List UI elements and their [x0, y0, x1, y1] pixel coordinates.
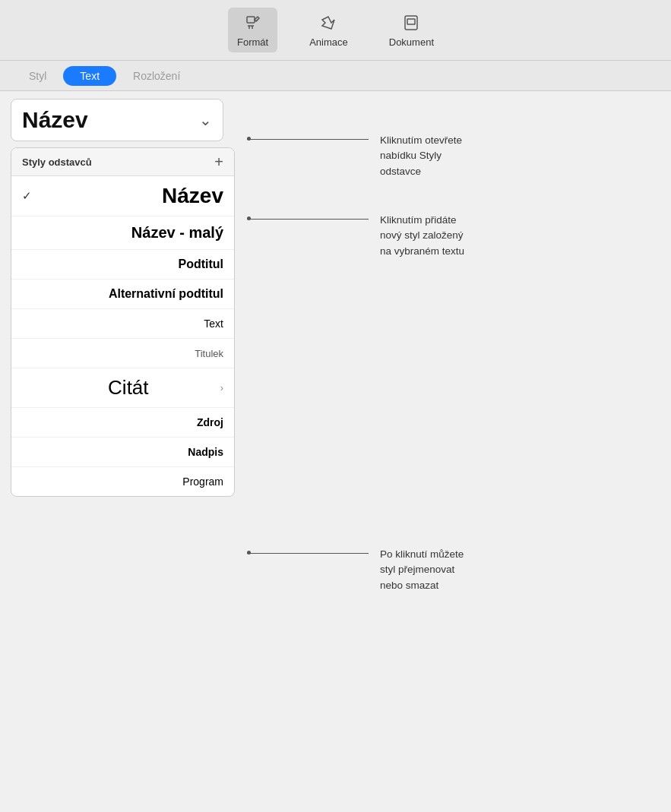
- animace-button[interactable]: Animace: [300, 8, 357, 52]
- tab-bar: Styl Text Rozložení: [0, 61, 671, 91]
- style-list: ✓ Název ✓ Název - malý ✓ Podtitul ✓ Alte…: [11, 176, 234, 496]
- list-item[interactable]: ✓ Podtitul: [11, 250, 234, 280]
- style-label: Název - malý: [131, 224, 223, 242]
- style-label: Program: [182, 476, 223, 488]
- list-item[interactable]: ✓ Text: [11, 309, 234, 339]
- left-panel: Název ⌄ Styly odstavců + ✓ Název ✓ Název…: [0, 91, 243, 812]
- style-label: Podtitul: [178, 258, 223, 271]
- style-selector[interactable]: Název ⌄: [11, 99, 223, 141]
- svg-rect-0: [247, 17, 255, 23]
- annotation-text-2: Kliknutím přidátenový styl založenýna vy…: [380, 214, 464, 257]
- tab-text[interactable]: Text: [63, 66, 116, 86]
- format-button[interactable]: Formát: [228, 8, 277, 52]
- list-item[interactable]: ✓ Program: [11, 467, 234, 496]
- style-label: Alternativní podtitul: [109, 287, 223, 301]
- chevron-right-icon: ›: [220, 382, 223, 393]
- style-label: Název: [162, 184, 223, 208]
- annotation-text-1: Kliknutím otevřetenabídku Stylyodstavce: [380, 134, 462, 177]
- tab-rozlozeni[interactable]: Rozložení: [116, 66, 197, 86]
- current-style-name: Název: [22, 107, 88, 133]
- annotation-text-3: Po kliknutí můžetestyl přejmenovatnebo s…: [380, 548, 464, 591]
- style-label: Zdroj: [197, 416, 223, 428]
- dokument-label: Dokument: [389, 36, 434, 48]
- annotation-1: Kliknutím otevřetenabídku Stylyodstavce: [380, 133, 462, 179]
- main-content: Název ⌄ Styly odstavců + ✓ Název ✓ Název…: [0, 91, 671, 812]
- toolbar: Formát Animace Dokument: [0, 0, 671, 61]
- animace-label: Animace: [309, 36, 348, 48]
- list-item[interactable]: ✓ Titulek: [11, 339, 234, 368]
- list-item[interactable]: ✓ Název - malý: [11, 216, 234, 250]
- list-item[interactable]: ✓ Citát ›: [11, 368, 234, 408]
- chevron-down-icon: ⌄: [199, 111, 212, 129]
- tab-styl[interactable]: Styl: [12, 66, 63, 86]
- list-item[interactable]: ✓ Zdroj: [11, 408, 234, 438]
- dropdown-header: Styly odstavců +: [11, 148, 234, 176]
- animace-icon: [318, 12, 339, 33]
- style-label: Citát: [108, 376, 148, 400]
- style-label: Titulek: [195, 348, 223, 359]
- annotation-2: Kliknutím přidátenový styl založenýna vy…: [380, 213, 464, 259]
- list-item[interactable]: ✓ Nadpis: [11, 438, 234, 467]
- style-label: Text: [204, 318, 223, 330]
- dropdown-title: Styly odstavců: [22, 156, 92, 168]
- dokument-icon: [400, 12, 422, 33]
- annotation-3: Po kliknutí můžetestyl přejmenovatnebo s…: [380, 547, 464, 593]
- style-label: Nadpis: [188, 446, 223, 458]
- list-item[interactable]: ✓ Alternativní podtitul: [11, 280, 234, 309]
- annotation-area: Kliknutím otevřetenabídku Stylyodstavce …: [243, 91, 671, 812]
- svg-marker-3: [322, 17, 334, 29]
- svg-rect-5: [407, 19, 415, 24]
- dropdown-panel: Styly odstavců + ✓ Název ✓ Název - malý …: [11, 147, 235, 497]
- check-icon: ✓: [22, 189, 32, 203]
- dokument-button[interactable]: Dokument: [380, 8, 443, 52]
- format-label: Formát: [237, 36, 268, 48]
- add-style-button[interactable]: +: [214, 154, 223, 169]
- list-item[interactable]: ✓ Název: [11, 176, 234, 216]
- format-icon: [242, 12, 264, 33]
